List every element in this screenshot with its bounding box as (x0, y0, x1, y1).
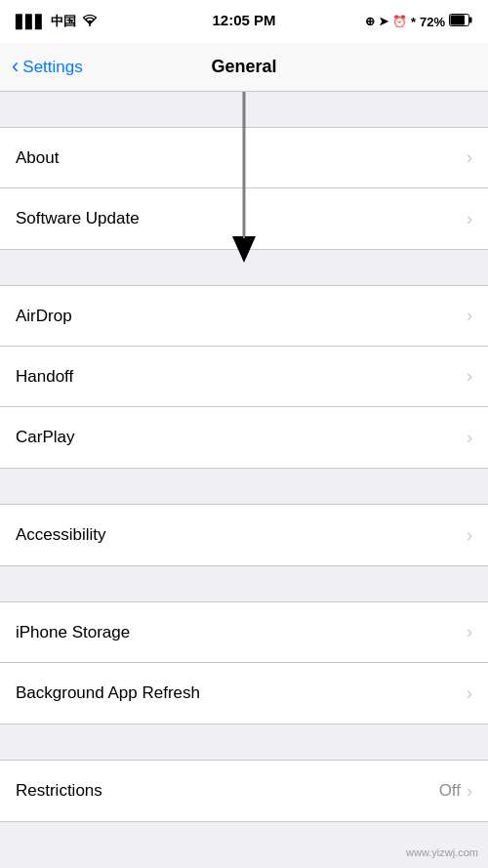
nav-bar: ‹ Settings General (0, 43, 488, 92)
svg-rect-2 (451, 16, 466, 25)
status-time: 12:05 PM (212, 12, 275, 28)
about-chevron-icon: › (467, 147, 472, 168)
restrictions-label: Restrictions (16, 781, 102, 801)
software-update-row-right: › (467, 209, 472, 229)
svg-rect-3 (469, 18, 472, 23)
iphone-storage-row[interactable]: iPhone Storage › (0, 602, 488, 663)
carplay-row[interactable]: CarPlay › (0, 407, 488, 468)
airdrop-label: AirDrop (16, 307, 72, 326)
carrier-label: 中国 (51, 13, 76, 30)
software-update-label: Software Update (16, 209, 140, 228)
section-storage: iPhone Storage › Background App Refresh … (0, 601, 488, 724)
bluetooth-icon: * (411, 15, 416, 29)
accessibility-chevron-icon: › (467, 525, 472, 546)
nav-title: General (211, 57, 276, 77)
content-area: About › Software Update › AirDrop › Hand… (0, 92, 488, 868)
back-chevron-icon: ‹ (12, 56, 19, 77)
section-accessibility: Accessibility › (0, 504, 488, 566)
handoff-row-right: › (467, 366, 472, 387)
carplay-row-right: › (467, 428, 472, 448)
handoff-chevron-icon: › (467, 366, 472, 387)
status-left: ▋▋▋ 中国 (16, 13, 98, 30)
restrictions-row[interactable]: Restrictions Off › (0, 761, 488, 821)
accessibility-row-right: › (467, 525, 472, 546)
section-gap-3 (0, 566, 488, 601)
battery-icon (449, 14, 472, 29)
location-icon: ⊕ (365, 15, 375, 28)
restrictions-value: Off (439, 781, 461, 801)
alarm-icon: ⏰ (392, 15, 407, 28)
status-bar: ▋▋▋ 中国 12:05 PM ⊕ ➤ ⏰ * 72% (0, 0, 488, 43)
back-button[interactable]: ‹ Settings (12, 58, 83, 77)
airdrop-chevron-icon: › (467, 306, 472, 326)
background-app-refresh-row-right: › (467, 683, 472, 704)
signal-icon: ▋▋▋ (16, 15, 45, 29)
watermark: www.yizwj.com (406, 847, 478, 858)
back-label: Settings (22, 58, 82, 77)
about-row[interactable]: About › (0, 128, 488, 188)
background-app-refresh-chevron-icon: › (467, 683, 472, 704)
battery-percent: 72% (420, 15, 445, 29)
handoff-label: Handoff (16, 367, 73, 387)
section-about: About › Software Update › (0, 127, 488, 250)
restrictions-chevron-icon: › (467, 781, 472, 802)
carplay-chevron-icon: › (467, 428, 472, 448)
status-right: ⊕ ➤ ⏰ * 72% (365, 14, 472, 29)
section-gap-1 (0, 250, 488, 285)
section-gap-2 (0, 469, 488, 504)
airdrop-row[interactable]: AirDrop › (0, 286, 488, 347)
software-update-row[interactable]: Software Update › (0, 188, 488, 249)
section-restrictions: Restrictions Off › (0, 760, 488, 822)
section-gap-4 (0, 724, 488, 760)
svg-point-0 (89, 24, 91, 26)
background-app-refresh-label: Background App Refresh (16, 683, 200, 703)
iphone-storage-label: iPhone Storage (16, 623, 130, 642)
about-row-right: › (467, 147, 472, 168)
restrictions-row-right: Off › (439, 781, 472, 802)
accessibility-row[interactable]: Accessibility › (0, 505, 488, 565)
iphone-storage-row-right: › (467, 622, 472, 642)
handoff-row[interactable]: Handoff › (0, 347, 488, 407)
direction-icon: ➤ (379, 15, 388, 28)
airdrop-row-right: › (467, 306, 472, 326)
carplay-label: CarPlay (16, 428, 74, 447)
wifi-icon (82, 15, 98, 29)
iphone-storage-chevron-icon: › (467, 622, 472, 642)
accessibility-label: Accessibility (16, 525, 106, 545)
background-app-refresh-row[interactable]: Background App Refresh › (0, 663, 488, 723)
section-connectivity: AirDrop › Handoff › CarPlay › (0, 285, 488, 469)
software-update-chevron-icon: › (467, 209, 472, 229)
about-label: About (16, 148, 59, 168)
section-gap-top (0, 92, 488, 127)
